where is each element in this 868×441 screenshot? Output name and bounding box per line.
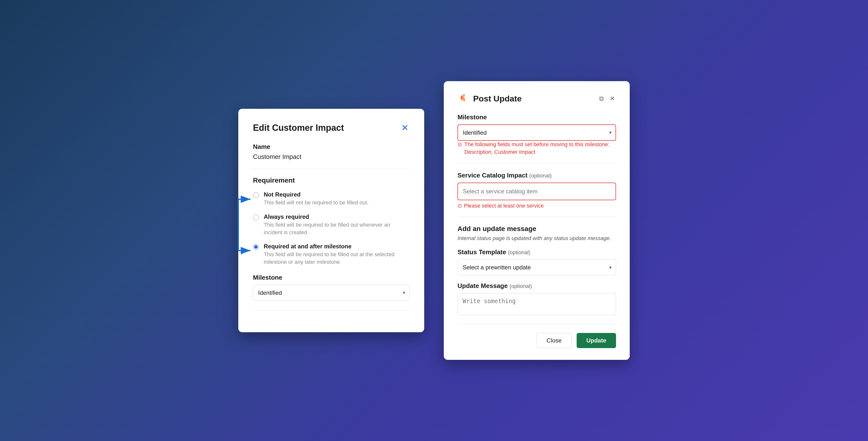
service-error-text: Please select at least one service: [464, 203, 544, 209]
right-milestone-group: Milestone Identified Investigating Resol…: [458, 113, 616, 156]
radio-milestone-required[interactable]: Required at and after milestone This fie…: [253, 243, 409, 266]
radio-milestone-required-desc: This field will be required to be filled…: [264, 251, 409, 266]
divider-1: [253, 168, 409, 169]
close-button[interactable]: Close: [536, 333, 571, 348]
add-update-label: Add an update message: [458, 225, 616, 233]
radio-milestone-required-label: Required at and after milestone: [264, 243, 409, 250]
update-message-label-text: Update Message: [458, 282, 508, 290]
service-catalog-error: ⊙ Please select at least one service: [458, 203, 616, 209]
requirement-label: Requirement: [253, 176, 409, 184]
right-milestone-select-wrapper: Identified Investigating Resolved ▾: [458, 125, 616, 141]
service-catalog-input[interactable]: [458, 182, 616, 200]
service-error-icon: ⊙: [458, 203, 462, 209]
milestone-select[interactable]: Identified Investigating Resolved: [253, 285, 409, 301]
radio-always-required-content: Always required This field will be requi…: [264, 213, 409, 236]
radio-always-required-desc: This field will be required to be filled…: [264, 221, 409, 236]
name-value: Customer Impact: [253, 153, 409, 161]
radio-not-required-input[interactable]: [253, 192, 259, 198]
service-catalog-label-text: Service Catalog Impact: [458, 172, 527, 179]
requirement-radio-group: Not Required This field will not be requ…: [253, 191, 409, 266]
service-catalog-label: Service Catalog Impact (optional): [458, 172, 616, 179]
radio-always-required-input[interactable]: [253, 214, 259, 220]
right-modal-title: Post Update: [473, 94, 522, 103]
update-message-textarea[interactable]: [458, 293, 616, 315]
left-modal-header: Edit Customer Impact ✕: [253, 123, 409, 133]
radio-milestone-required-content: Required at and after milestone This fie…: [264, 243, 409, 266]
right-modal-footer: Close Update: [458, 333, 616, 348]
right-divider-3: [458, 324, 616, 324]
left-modal-close-button[interactable]: ✕: [400, 123, 409, 133]
service-catalog-group: Service Catalog Impact (optional) ⊙ Plea…: [458, 172, 616, 209]
divider-2: [253, 310, 409, 311]
update-message-section: Add an update message Internal status pa…: [458, 225, 616, 241]
milestone-warning: ⊙ The following fields must set before m…: [458, 141, 616, 156]
warning-icon: ⊙: [458, 141, 462, 148]
add-update-subtext: Internal status page is updated with any…: [458, 235, 616, 241]
update-message-label: Update Message (optional): [458, 282, 616, 290]
name-label: Name: [253, 143, 409, 150]
status-template-select[interactable]: Select a prewritten update: [458, 259, 616, 275]
right-milestone-select[interactable]: Identified Investigating Resolved: [458, 125, 616, 141]
right-modal-close-button[interactable]: ✕: [609, 94, 616, 103]
status-template-label: Status Template (optional): [458, 248, 616, 256]
expand-button[interactable]: ⧉: [598, 94, 605, 103]
milestone-section: Milestone Identified Investigating Resol…: [253, 274, 409, 301]
milestone-label: Milestone: [253, 274, 409, 281]
left-modal-title: Edit Customer Impact: [253, 123, 344, 133]
status-template-group: Status Template (optional) Select a prew…: [458, 248, 616, 275]
service-catalog-optional: (optional): [529, 173, 552, 179]
right-modal-header: Post Update ⧉ ✕: [458, 93, 616, 105]
right-modal-title-group: Post Update: [458, 93, 522, 105]
update-message-group: Update Message (optional): [458, 282, 616, 316]
status-template-select-wrapper: Select a prewritten update ▾: [458, 259, 616, 275]
radio-not-required-content: Not Required This field will not be requ…: [264, 191, 368, 207]
radio-milestone-required-input[interactable]: [253, 244, 259, 250]
radio-not-required[interactable]: Not Required This field will not be requ…: [253, 191, 409, 207]
left-modal: Edit Customer Impact ✕ Name Customer Imp…: [238, 109, 424, 332]
radio-always-required[interactable]: Always required This field will be requi…: [253, 213, 409, 236]
milestone-select-wrapper: Identified Investigating Resolved ▾: [253, 285, 409, 301]
radio-not-required-label: Not Required: [264, 191, 368, 198]
right-divider-2: [458, 217, 616, 217]
right-modal-actions: ⧉ ✕: [598, 94, 616, 103]
brand-icon: [458, 93, 469, 105]
right-divider-1: [458, 164, 616, 164]
status-template-label-text: Status Template: [458, 248, 506, 256]
update-button[interactable]: Update: [577, 333, 616, 348]
warning-text: The following fields must set before mov…: [464, 141, 616, 156]
update-message-optional: (optional): [509, 283, 532, 289]
radio-not-required-desc: This field will not be required to be fi…: [264, 199, 368, 207]
right-milestone-label: Milestone: [458, 113, 616, 121]
radio-always-required-label: Always required: [264, 213, 409, 220]
right-modal: Post Update ⧉ ✕ Milestone Identified Inv…: [444, 81, 630, 360]
name-section: Name Customer Impact: [253, 143, 409, 161]
status-template-optional: (optional): [508, 249, 530, 256]
